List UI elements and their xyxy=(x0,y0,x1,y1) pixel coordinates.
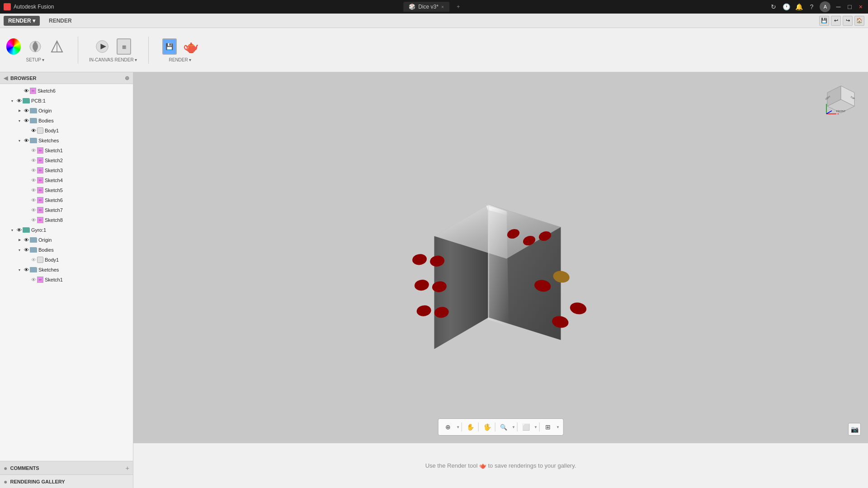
tree-eye[interactable] xyxy=(23,246,30,253)
browser-add-btn[interactable]: ⊕ xyxy=(125,75,129,81)
tree-eye[interactable] xyxy=(30,157,37,164)
svg-point-20 xyxy=(411,253,428,266)
tree-item[interactable]: Sketches xyxy=(0,136,133,145)
orbit-btn[interactable]: 🖐 xyxy=(481,421,493,433)
minimize-btn[interactable]: ─ xyxy=(834,3,842,10)
tree-eye[interactable] xyxy=(30,206,37,214)
tree-item[interactable]: Gyro:1 xyxy=(0,225,133,235)
tree-eye[interactable] xyxy=(23,266,30,273)
tree-item[interactable]: Origin xyxy=(0,106,133,116)
tree-label: Origin xyxy=(38,237,131,243)
close-btn[interactable]: × xyxy=(857,3,864,10)
color-wheel-btn[interactable] xyxy=(4,38,24,56)
viewport[interactable]: FRONT LEFT TOP X xyxy=(133,72,868,443)
tree-eye[interactable] xyxy=(23,107,30,114)
sketch-icon: ✏ xyxy=(37,187,43,193)
tree-arrow[interactable] xyxy=(16,237,23,243)
tree-item[interactable]: Origin xyxy=(0,235,133,245)
zoom-btn[interactable]: 🔍 xyxy=(497,421,510,433)
sketch-icon: ✏ xyxy=(37,167,43,174)
tree-arrow[interactable] xyxy=(16,137,23,144)
tree-eye[interactable] xyxy=(30,177,37,184)
svg-line-14 xyxy=(826,111,832,114)
comments-add-btn[interactable]: + xyxy=(126,465,129,472)
render-group: 💾 🫖 RENDER ▾ xyxy=(160,38,201,62)
render-dropdown-btn[interactable]: RENDER ▾ xyxy=(4,16,40,26)
tree-eye[interactable] xyxy=(30,167,37,174)
tree-eye[interactable] xyxy=(15,226,23,234)
tree-item[interactable]: 👁 Body1 xyxy=(0,255,133,265)
tree-eye[interactable] xyxy=(30,187,37,194)
dropdown-arrow3[interactable]: ▼ xyxy=(534,425,538,429)
tree-item[interactable]: ✏ Sketch4 xyxy=(0,175,133,185)
tree-item[interactable]: ✏ Sketch5 xyxy=(0,185,133,195)
tree-item[interactable]: Body1 xyxy=(0,126,133,136)
toolbar-redo-btn[interactable]: ↪ xyxy=(843,16,853,26)
toolbar-save-btn[interactable]: 💾 xyxy=(819,16,829,26)
tree-eye[interactable] xyxy=(30,127,37,134)
dropdown-arrow1[interactable]: ▼ xyxy=(456,425,460,429)
tree-item[interactable]: ✏ Sketch7 xyxy=(0,205,133,215)
tree-item[interactable]: Sketches xyxy=(0,265,133,275)
comments-section[interactable]: ● COMMENTS + xyxy=(0,461,133,474)
browser-title: BROWSER xyxy=(10,75,36,81)
tree-eye[interactable] xyxy=(30,276,37,283)
setup-label[interactable]: SETUP ▾ xyxy=(26,57,45,62)
clock-btn[interactable]: 🕐 xyxy=(782,2,791,11)
tree-eye[interactable] xyxy=(23,117,30,124)
tree-eye[interactable]: 👁 xyxy=(30,256,37,263)
tree-arrow[interactable] xyxy=(9,227,15,233)
tree-arrow[interactable] xyxy=(16,117,23,124)
tree-item[interactable]: ✏ Sketch2 xyxy=(0,155,133,165)
browser-collapse-btn[interactable]: ◀ xyxy=(4,75,8,81)
tab-close-btn[interactable]: × xyxy=(441,5,444,9)
tree-item[interactable]: ✏ Sketch6 xyxy=(0,86,133,96)
refresh-btn[interactable]: ↻ xyxy=(769,2,778,11)
dropdown-arrow4[interactable]: ▼ xyxy=(556,425,560,429)
bell-btn[interactable]: 🔔 xyxy=(794,2,803,11)
pan-btn[interactable]: ✋ xyxy=(464,421,476,433)
tree-item[interactable]: Bodies xyxy=(0,245,133,255)
tree-item[interactable]: ✏ Sketch3 xyxy=(0,165,133,175)
maximize-btn[interactable]: □ xyxy=(846,3,853,10)
viewcube[interactable]: FRONT LEFT TOP X xyxy=(823,81,859,117)
dropdown-arrow2[interactable]: ▼ xyxy=(512,425,515,429)
gallery-section[interactable]: ● RENDERING GALLERY xyxy=(0,474,133,488)
tree-arrow[interactable] xyxy=(16,108,23,114)
in-canvas-label[interactable]: IN-CANVAS RENDER ▾ xyxy=(89,57,137,62)
tree-eye[interactable] xyxy=(23,137,30,144)
tree-arrow[interactable] xyxy=(16,267,23,273)
render-label[interactable]: RENDER ▾ xyxy=(169,57,191,62)
help-btn[interactable]: ? xyxy=(807,2,816,11)
camera-btn[interactable]: 📷 xyxy=(848,423,861,436)
grid-btn[interactable]: ⊞ xyxy=(542,421,554,433)
tree-item[interactable]: ✏ Sketch1 xyxy=(0,275,133,285)
appearance-btn[interactable] xyxy=(25,38,45,56)
render-save-btn[interactable]: 💾 xyxy=(160,38,179,56)
new-tab-btn[interactable]: + xyxy=(452,0,465,13)
tree-arrow[interactable] xyxy=(16,247,23,253)
tree-item[interactable]: ✏ Sketch1 xyxy=(0,145,133,155)
toolbar-home-btn[interactable]: 🏠 xyxy=(854,16,864,26)
tree-eye[interactable] xyxy=(15,97,23,104)
tree-eye[interactable] xyxy=(30,147,37,154)
fit-btn[interactable]: ⬜ xyxy=(519,421,532,433)
tree-eye[interactable] xyxy=(30,216,37,224)
tree-eye[interactable] xyxy=(30,197,37,204)
tree-item[interactable]: ✏ Sketch8 xyxy=(0,215,133,225)
teapot-btn[interactable]: 🫖 xyxy=(181,38,201,56)
tree-eye[interactable] xyxy=(23,236,30,244)
in-canvas-group: ▦ IN-CANVAS RENDER ▾ xyxy=(89,38,137,62)
tree-item[interactable]: Bodies xyxy=(0,116,133,126)
toolbar-undo-btn[interactable]: ↩ xyxy=(831,16,841,26)
tree-arrow[interactable] xyxy=(9,98,15,104)
tree-item[interactable]: PCB:1 xyxy=(0,96,133,106)
tree-eye[interactable] xyxy=(23,87,30,94)
play-render-btn[interactable] xyxy=(92,38,112,56)
tree-item[interactable]: ✏ Sketch6 xyxy=(0,195,133,205)
active-tab[interactable]: 🎲 Dice v3* × xyxy=(403,2,449,12)
scene-settings-btn[interactable] xyxy=(47,38,67,56)
user-avatar[interactable]: A xyxy=(820,1,830,12)
target-btn[interactable]: ⊕ xyxy=(442,421,454,433)
canvas-render-btn[interactable]: ▦ xyxy=(114,38,134,56)
